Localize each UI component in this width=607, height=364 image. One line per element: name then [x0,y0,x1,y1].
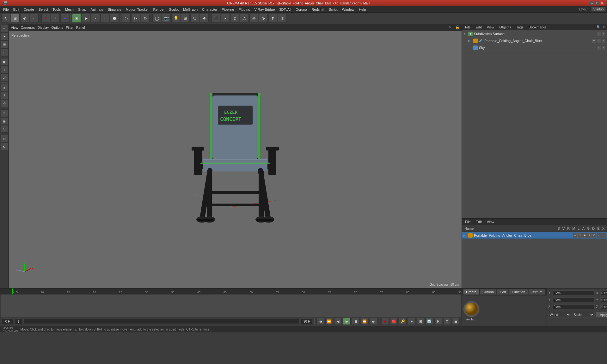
om-menu-file[interactable]: File [463,25,473,30]
mm-btn-5[interactable]: ⊙ [592,233,596,238]
mf-tab-function[interactable]: Function [509,289,528,295]
om-row-chair[interactable]: ▶ 🔗 Portable_Folding_Angler_Chair_Blue ●… [462,37,607,44]
mm-btn-6[interactable]: ✦ [597,233,601,238]
menu-mograph[interactable]: MoGraph [181,7,199,12]
menu-3dtall[interactable]: 3DToAll [277,7,293,12]
menu-sculpt[interactable]: Sculpt [167,7,181,12]
toolbar-cylinder[interactable]: ⊙ [230,14,239,23]
toolbar-point-mode[interactable]: · [91,14,100,23]
coord-sz-input[interactable] [600,304,607,309]
toolbar-model-mode[interactable]: ▣ [72,14,81,23]
lt-polygons[interactable]: ⬟ [1,58,8,66]
mm-btn-3[interactable]: ◉ [582,233,587,238]
om-action-chair-3[interactable]: ✓ [601,39,606,43]
mm-menu-view[interactable]: View [485,219,496,224]
mm-row-chair[interactable]: ▶ Portable_Folding_Angler_Chair_Blue ● □… [462,232,607,239]
lt-texture[interactable]: ⬡ [1,125,8,133]
world-select[interactable]: World Object [548,312,571,318]
menu-create[interactable]: Create [22,7,36,12]
menu-simulate[interactable]: Simulate [106,7,123,12]
vh-cameras[interactable]: Cameras [21,26,35,29]
btn-play-back[interactable]: ◀ [334,318,342,325]
btn-stop[interactable]: ⏹ [352,318,359,325]
om-menu-edit[interactable]: Edit [474,25,484,30]
mf-tab-create[interactable]: Create [463,289,479,295]
lt-sculpt[interactable]: ⚙ [1,143,8,150]
vh-options[interactable]: Options [51,26,63,29]
lt-symmetry[interactable]: ◈ [1,84,8,91]
toolbar-axis-x[interactable]: X [41,14,50,23]
toolbar-select[interactable]: ↖ [1,14,10,23]
menu-corona[interactable]: Corona [294,7,309,12]
toolbar-axis-z[interactable]: Z [60,14,69,23]
scale-select[interactable]: Scale [572,312,595,318]
toolbar-cloner[interactable]: ❖ [200,14,209,23]
close-button[interactable]: ✕ [600,1,604,5]
vh-expand[interactable]: ⇱ [449,25,451,29]
fps-input[interactable] [15,318,22,324]
viewport-3d[interactable]: Perspective ECZER CONCEPT [9,31,462,288]
btn-preview[interactable]: P [434,318,442,325]
btn-timeline-list[interactable]: ☰ [452,318,460,325]
mm-menu-file[interactable]: File [463,219,473,224]
toolbar-axis-y[interactable]: Y [51,14,60,23]
toolbar-light[interactable]: 💡 [171,14,180,23]
maximize-button[interactable]: □ [595,1,599,5]
vh-lock[interactable]: 🔒 [455,25,460,29]
om-menu-tags[interactable]: Tags [514,25,525,30]
om-action-sky-1[interactable]: ✓ [597,46,601,50]
frame-slider[interactable] [23,319,300,324]
om-settings[interactable]: ⚙ [603,25,606,29]
menu-redshift[interactable]: Redshift [310,7,326,12]
toolbar-cube[interactable]: ⬛ [212,14,220,23]
mm-btn-7[interactable]: H [601,233,606,238]
coord-sy-input[interactable] [600,297,607,302]
vh-display[interactable]: Display [37,26,49,29]
toolbar-move[interactable]: ⊞ [11,14,20,23]
lt-paint[interactable]: 🖌 [1,74,8,82]
menu-vray[interactable]: V-Ray Bridge [253,7,277,12]
btn-record[interactable]: ⏺ [381,318,389,325]
btn-motion-path[interactable]: ✦ [408,318,415,325]
lt-move[interactable]: ✦ [1,33,8,40]
playhead[interactable] [12,288,13,294]
vh-panel[interactable]: Panel [76,26,85,29]
coord-x-input[interactable] [553,290,595,295]
toolbar-render-region[interactable]: ⊳ [131,14,140,23]
om-menu-view[interactable]: View [485,25,496,30]
vh-filter[interactable]: Filter [66,26,73,29]
btn-next-key[interactable]: ⏩ [361,318,368,325]
om-row-sky[interactable]: Sky ✓ ✓ [462,44,607,51]
menu-window[interactable]: Window [340,7,356,12]
material-thumb[interactable] [463,301,480,317]
mm-menu-edit[interactable]: Edit [474,219,484,224]
om-menu-objects[interactable]: Objects [497,25,513,30]
toolbar-render[interactable]: ▷ [122,14,131,23]
om-action-chair-1[interactable]: ● [592,39,596,43]
om-action-sky-2[interactable]: ✓ [601,46,606,50]
apply-button[interactable]: Apply [596,312,607,318]
om-action-check-1[interactable]: ✓ [597,32,601,36]
menu-plugins[interactable]: Plugins [236,7,252,12]
toolbar-poly-mode[interactable]: ⬟ [110,14,119,23]
om-expand-chair[interactable]: ▶ [468,39,472,42]
toolbar-sky[interactable]: ⬡ [190,14,199,23]
om-menu-bookmarks[interactable]: Bookmarks [527,25,548,30]
frame-end-input[interactable] [301,318,312,324]
menu-character[interactable]: Character [200,7,219,12]
om-expand-subdivision[interactable]: ▼ [463,32,467,35]
menu-render[interactable]: Render [151,7,167,12]
vh-view[interactable]: View [11,26,18,29]
menu-file[interactable]: File [1,7,11,12]
menu-script[interactable]: Script [327,7,340,12]
lt-material[interactable]: ◉ [1,117,8,125]
lt-s[interactable]: S [1,92,8,99]
layout-value[interactable]: Startup [591,7,606,12]
lt-spline[interactable]: ⌇ [1,66,8,74]
menu-pipeline[interactable]: Pipeline [220,7,236,12]
toolbar-scale[interactable]: ⊗ [20,14,29,23]
mm-btn-2[interactable]: □ [578,233,582,238]
btn-go-start[interactable]: ⏮ [316,318,324,325]
lt-scale[interactable]: ⊞ [1,40,8,48]
frame-current-input[interactable] [2,318,13,324]
